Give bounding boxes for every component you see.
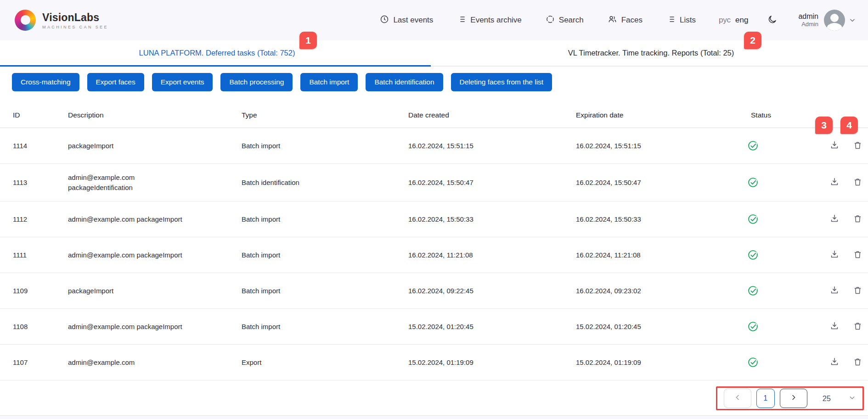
cell-date-created: 16.02.2024, 09:22:45 bbox=[408, 287, 576, 295]
trash-icon bbox=[853, 250, 862, 261]
download-button[interactable] bbox=[822, 357, 847, 368]
download-icon bbox=[829, 249, 840, 261]
column-header-status: Status bbox=[744, 111, 822, 119]
column-header-description: Description bbox=[68, 111, 242, 119]
lang-eng-button[interactable]: eng bbox=[735, 16, 748, 25]
nav-last-events[interactable]: Last events bbox=[380, 15, 433, 26]
nav-events-archive[interactable]: Events archive bbox=[457, 15, 522, 26]
cell-description: packageImport bbox=[68, 286, 242, 296]
cell-description: admin@example.com packageImport bbox=[68, 322, 242, 332]
nav-lists[interactable]: Lists bbox=[666, 15, 696, 26]
cell-type: Batch import bbox=[242, 251, 408, 259]
nav-search[interactable]: Search bbox=[546, 15, 584, 26]
delete-button[interactable] bbox=[847, 250, 868, 261]
active-tab-indicator bbox=[0, 65, 431, 67]
download-icon bbox=[829, 285, 840, 296]
cell-expiration-date: 15.02.2024, 01:20:45 bbox=[576, 323, 744, 330]
export-events-button[interactable]: Export events bbox=[152, 73, 213, 91]
page-size-value: 25 bbox=[823, 394, 831, 403]
next-page-button[interactable] bbox=[780, 389, 807, 408]
column-header-type: Type bbox=[242, 111, 408, 119]
cell-id: 1112 bbox=[13, 215, 68, 223]
download-button[interactable] bbox=[822, 321, 847, 332]
delete-button[interactable] bbox=[847, 321, 868, 332]
cell-type: Batch import bbox=[242, 323, 408, 330]
cell-date-created: 16.02.2024, 15:50:33 bbox=[408, 215, 576, 223]
download-icon bbox=[829, 357, 840, 368]
status-success-icon bbox=[744, 213, 822, 225]
page-number-button[interactable]: 1 bbox=[756, 389, 775, 408]
cell-date-created: 15.02.2024, 01:19:09 bbox=[408, 358, 576, 366]
delete-button[interactable] bbox=[847, 357, 868, 368]
chevron-left-icon bbox=[733, 393, 742, 403]
export-faces-button[interactable]: Export faces bbox=[87, 73, 144, 91]
language-switcher: рус eng bbox=[719, 16, 748, 25]
page-size-select[interactable]: 25 bbox=[823, 394, 856, 403]
download-button[interactable] bbox=[822, 213, 847, 225]
avatar[interactable] bbox=[824, 10, 845, 31]
cell-description: admin@example.com bbox=[68, 358, 242, 368]
column-header-expiration-date: Expiration date bbox=[576, 111, 744, 119]
cell-expiration-date: 16.02.2024, 15:51:15 bbox=[576, 142, 744, 150]
deleting-faces-button[interactable]: Deleting faces from the list bbox=[451, 73, 552, 91]
moon-icon bbox=[767, 15, 777, 26]
previous-page-button[interactable] bbox=[724, 389, 751, 408]
batch-processing-button[interactable]: Batch processing bbox=[220, 73, 293, 91]
download-icon bbox=[829, 177, 840, 188]
cell-id: 1108 bbox=[13, 323, 68, 330]
clock-icon bbox=[380, 15, 389, 26]
trash-icon bbox=[853, 357, 862, 368]
status-success-icon bbox=[744, 177, 822, 188]
tab-vl-timetracker-reports[interactable]: VL Timetracker. Time tracking. Reports (… bbox=[434, 40, 868, 66]
cell-description: admin@example.com packageImport bbox=[68, 214, 242, 224]
tab-bar: LUNA PLATFORM. Deferred tasks (Total: 75… bbox=[0, 40, 868, 67]
delete-button[interactable] bbox=[847, 140, 868, 151]
download-icon bbox=[829, 213, 840, 225]
trash-icon bbox=[853, 285, 862, 296]
batch-identification-button[interactable]: Batch identification bbox=[366, 73, 443, 91]
delete-button[interactable] bbox=[847, 214, 868, 225]
download-button[interactable] bbox=[822, 177, 847, 188]
status-success-icon bbox=[744, 357, 822, 368]
delete-button[interactable] bbox=[847, 177, 868, 188]
list-icon bbox=[666, 15, 676, 26]
tab-luna-deferred-tasks[interactable]: LUNA PLATFORM. Deferred tasks (Total: 75… bbox=[0, 40, 434, 66]
trash-icon bbox=[853, 177, 862, 188]
table-header-row: ID Description Type Date created Expirat… bbox=[0, 102, 868, 128]
cell-description: admin@example.com packageImport bbox=[68, 250, 242, 260]
cell-id: 1111 bbox=[13, 251, 68, 259]
cell-id: 1107 bbox=[13, 358, 68, 366]
annotation-badge-3: 3 bbox=[815, 117, 833, 134]
cell-date-created: 16.02.2024, 15:51:15 bbox=[408, 142, 576, 150]
cross-matching-button[interactable]: Cross-matching bbox=[12, 73, 79, 91]
table-row: 1108 admin@example.com packageImport Bat… bbox=[0, 309, 868, 345]
cell-type: Batch import bbox=[242, 287, 408, 295]
delete-button[interactable] bbox=[847, 285, 868, 296]
cell-type: Batch import bbox=[242, 215, 408, 223]
list-icon bbox=[457, 15, 466, 26]
people-icon bbox=[608, 15, 617, 26]
cell-expiration-date: 15.02.2024, 01:19:09 bbox=[576, 358, 744, 366]
dark-mode-toggle[interactable] bbox=[767, 15, 777, 26]
status-success-icon bbox=[744, 249, 822, 261]
brand-logo: VisionLabs MACHINES CAN SEE bbox=[15, 10, 108, 31]
cell-expiration-date: 16.02.2024, 15:50:47 bbox=[576, 179, 744, 186]
download-icon bbox=[829, 321, 840, 332]
chevron-down-icon[interactable] bbox=[849, 17, 856, 24]
batch-import-button[interactable]: Batch import bbox=[300, 73, 358, 91]
nav-faces[interactable]: Faces bbox=[608, 15, 643, 26]
table-row: 1111 admin@example.com packageImport Bat… bbox=[0, 237, 868, 273]
download-button[interactable] bbox=[822, 249, 847, 261]
user-name: admin bbox=[798, 12, 818, 21]
user-role: Admin bbox=[801, 21, 818, 28]
table-row: 1112 admin@example.com packageImport Bat… bbox=[0, 201, 868, 237]
download-button[interactable] bbox=[822, 140, 847, 151]
deferred-tasks-table: ID Description Type Date created Expirat… bbox=[0, 102, 868, 419]
pagination-bar: 1 25 bbox=[0, 380, 868, 416]
table-row: 1107 admin@example.com Export 15.02.2024… bbox=[0, 345, 868, 380]
top-bar: VisionLabs MACHINES CAN SEE Last events … bbox=[0, 0, 868, 40]
cell-description: packageImport bbox=[68, 141, 242, 151]
column-header-id: ID bbox=[13, 111, 68, 119]
download-button[interactable] bbox=[822, 285, 847, 296]
lang-rus-button[interactable]: рус bbox=[719, 16, 731, 25]
